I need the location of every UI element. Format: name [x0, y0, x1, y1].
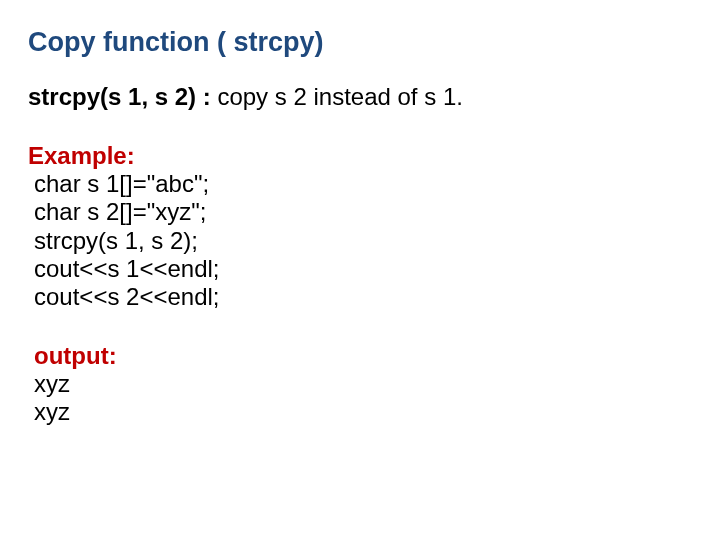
signature-desc: copy s 2 instead of s 1. [211, 83, 463, 110]
code-line-4: cout<<s 1<<endl; [28, 255, 692, 283]
example-block: Example: char s 1[]="abc"; char s 2[]="x… [28, 142, 692, 312]
slide-title: Copy function ( strcpy) [28, 28, 692, 58]
code-line-5: cout<<s 2<<endl; [28, 283, 692, 311]
code-line-1: char s 1[]="abc"; [28, 170, 692, 198]
output-line-2: xyz [28, 398, 692, 426]
output-label: output: [34, 342, 117, 369]
example-label: Example: [28, 142, 692, 170]
code-line-2: char s 2[]="xyz"; [28, 198, 692, 226]
signature-bold: strcpy(s 1, s 2) : [28, 83, 211, 110]
slide: Copy function ( strcpy) strcpy(s 1, s 2)… [0, 0, 720, 540]
code-line-3: strcpy(s 1, s 2); [28, 227, 692, 255]
output-line-1: xyz [28, 370, 692, 398]
signature-line: strcpy(s 1, s 2) : copy s 2 instead of s… [28, 82, 692, 112]
output-block: output: xyz xyz [28, 342, 692, 427]
